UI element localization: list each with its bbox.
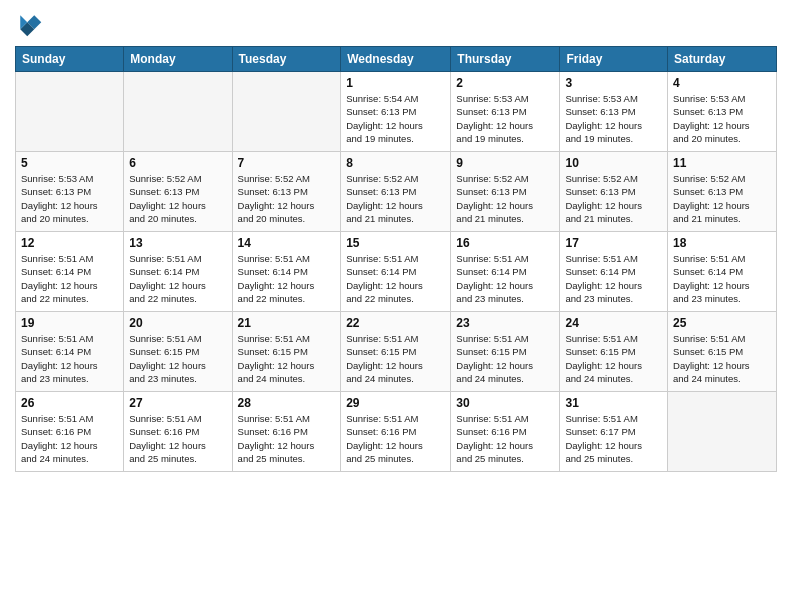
calendar-cell: 12Sunrise: 5:51 AM Sunset: 6:14 PM Dayli… xyxy=(16,232,124,312)
day-info: Sunrise: 5:51 AM Sunset: 6:14 PM Dayligh… xyxy=(565,252,662,305)
day-number: 13 xyxy=(129,236,226,250)
day-number: 28 xyxy=(238,396,336,410)
calendar-week-row: 19Sunrise: 5:51 AM Sunset: 6:14 PM Dayli… xyxy=(16,312,777,392)
calendar-cell: 23Sunrise: 5:51 AM Sunset: 6:15 PM Dayli… xyxy=(451,312,560,392)
calendar-cell: 25Sunrise: 5:51 AM Sunset: 6:15 PM Dayli… xyxy=(668,312,777,392)
day-info: Sunrise: 5:51 AM Sunset: 6:16 PM Dayligh… xyxy=(238,412,336,465)
day-number: 19 xyxy=(21,316,118,330)
day-number: 23 xyxy=(456,316,554,330)
calendar-cell xyxy=(124,72,232,152)
day-info: Sunrise: 5:52 AM Sunset: 6:13 PM Dayligh… xyxy=(456,172,554,225)
calendar-cell xyxy=(668,392,777,472)
day-number: 7 xyxy=(238,156,336,170)
calendar-cell xyxy=(16,72,124,152)
day-number: 4 xyxy=(673,76,771,90)
calendar-header-wednesday: Wednesday xyxy=(341,47,451,72)
calendar-cell: 5Sunrise: 5:53 AM Sunset: 6:13 PM Daylig… xyxy=(16,152,124,232)
day-number: 14 xyxy=(238,236,336,250)
calendar-cell: 31Sunrise: 5:51 AM Sunset: 6:17 PM Dayli… xyxy=(560,392,668,472)
day-info: Sunrise: 5:52 AM Sunset: 6:13 PM Dayligh… xyxy=(565,172,662,225)
calendar-cell: 2Sunrise: 5:53 AM Sunset: 6:13 PM Daylig… xyxy=(451,72,560,152)
day-number: 25 xyxy=(673,316,771,330)
calendar-header-thursday: Thursday xyxy=(451,47,560,72)
calendar-header-monday: Monday xyxy=(124,47,232,72)
day-info: Sunrise: 5:51 AM Sunset: 6:14 PM Dayligh… xyxy=(238,252,336,305)
calendar-cell: 8Sunrise: 5:52 AM Sunset: 6:13 PM Daylig… xyxy=(341,152,451,232)
day-info: Sunrise: 5:51 AM Sunset: 6:15 PM Dayligh… xyxy=(456,332,554,385)
logo xyxy=(15,10,47,38)
day-number: 27 xyxy=(129,396,226,410)
day-info: Sunrise: 5:51 AM Sunset: 6:14 PM Dayligh… xyxy=(129,252,226,305)
calendar-header-row: SundayMondayTuesdayWednesdayThursdayFrid… xyxy=(16,47,777,72)
header xyxy=(15,10,777,38)
day-info: Sunrise: 5:51 AM Sunset: 6:14 PM Dayligh… xyxy=(346,252,445,305)
calendar-cell: 30Sunrise: 5:51 AM Sunset: 6:16 PM Dayli… xyxy=(451,392,560,472)
day-number: 10 xyxy=(565,156,662,170)
calendar-cell xyxy=(232,72,341,152)
day-info: Sunrise: 5:53 AM Sunset: 6:13 PM Dayligh… xyxy=(673,92,771,145)
calendar-cell: 22Sunrise: 5:51 AM Sunset: 6:15 PM Dayli… xyxy=(341,312,451,392)
day-info: Sunrise: 5:51 AM Sunset: 6:15 PM Dayligh… xyxy=(346,332,445,385)
calendar-cell: 3Sunrise: 5:53 AM Sunset: 6:13 PM Daylig… xyxy=(560,72,668,152)
calendar-week-row: 12Sunrise: 5:51 AM Sunset: 6:14 PM Dayli… xyxy=(16,232,777,312)
calendar-cell: 27Sunrise: 5:51 AM Sunset: 6:16 PM Dayli… xyxy=(124,392,232,472)
day-number: 12 xyxy=(21,236,118,250)
calendar-week-row: 5Sunrise: 5:53 AM Sunset: 6:13 PM Daylig… xyxy=(16,152,777,232)
day-number: 17 xyxy=(565,236,662,250)
day-number: 6 xyxy=(129,156,226,170)
day-info: Sunrise: 5:51 AM Sunset: 6:16 PM Dayligh… xyxy=(21,412,118,465)
calendar-table: SundayMondayTuesdayWednesdayThursdayFrid… xyxy=(15,46,777,472)
day-number: 2 xyxy=(456,76,554,90)
day-info: Sunrise: 5:51 AM Sunset: 6:14 PM Dayligh… xyxy=(456,252,554,305)
day-number: 5 xyxy=(21,156,118,170)
calendar-cell: 19Sunrise: 5:51 AM Sunset: 6:14 PM Dayli… xyxy=(16,312,124,392)
calendar-cell: 29Sunrise: 5:51 AM Sunset: 6:16 PM Dayli… xyxy=(341,392,451,472)
calendar-cell: 11Sunrise: 5:52 AM Sunset: 6:13 PM Dayli… xyxy=(668,152,777,232)
day-info: Sunrise: 5:51 AM Sunset: 6:14 PM Dayligh… xyxy=(673,252,771,305)
page: SundayMondayTuesdayWednesdayThursdayFrid… xyxy=(0,0,792,612)
calendar-header-friday: Friday xyxy=(560,47,668,72)
day-info: Sunrise: 5:51 AM Sunset: 6:17 PM Dayligh… xyxy=(565,412,662,465)
calendar-cell: 20Sunrise: 5:51 AM Sunset: 6:15 PM Dayli… xyxy=(124,312,232,392)
day-info: Sunrise: 5:52 AM Sunset: 6:13 PM Dayligh… xyxy=(673,172,771,225)
calendar-cell: 7Sunrise: 5:52 AM Sunset: 6:13 PM Daylig… xyxy=(232,152,341,232)
logo-icon xyxy=(15,10,43,38)
calendar-cell: 28Sunrise: 5:51 AM Sunset: 6:16 PM Dayli… xyxy=(232,392,341,472)
day-number: 21 xyxy=(238,316,336,330)
day-number: 3 xyxy=(565,76,662,90)
day-number: 15 xyxy=(346,236,445,250)
day-info: Sunrise: 5:53 AM Sunset: 6:13 PM Dayligh… xyxy=(565,92,662,145)
day-number: 18 xyxy=(673,236,771,250)
calendar-week-row: 1Sunrise: 5:54 AM Sunset: 6:13 PM Daylig… xyxy=(16,72,777,152)
calendar-cell: 26Sunrise: 5:51 AM Sunset: 6:16 PM Dayli… xyxy=(16,392,124,472)
calendar-header-saturday: Saturday xyxy=(668,47,777,72)
day-info: Sunrise: 5:51 AM Sunset: 6:16 PM Dayligh… xyxy=(129,412,226,465)
day-number: 30 xyxy=(456,396,554,410)
calendar-cell: 10Sunrise: 5:52 AM Sunset: 6:13 PM Dayli… xyxy=(560,152,668,232)
day-number: 31 xyxy=(565,396,662,410)
calendar-cell: 4Sunrise: 5:53 AM Sunset: 6:13 PM Daylig… xyxy=(668,72,777,152)
day-info: Sunrise: 5:52 AM Sunset: 6:13 PM Dayligh… xyxy=(129,172,226,225)
calendar-week-row: 26Sunrise: 5:51 AM Sunset: 6:16 PM Dayli… xyxy=(16,392,777,472)
day-number: 9 xyxy=(456,156,554,170)
day-info: Sunrise: 5:51 AM Sunset: 6:14 PM Dayligh… xyxy=(21,332,118,385)
day-info: Sunrise: 5:53 AM Sunset: 6:13 PM Dayligh… xyxy=(21,172,118,225)
calendar-cell: 21Sunrise: 5:51 AM Sunset: 6:15 PM Dayli… xyxy=(232,312,341,392)
calendar-cell: 6Sunrise: 5:52 AM Sunset: 6:13 PM Daylig… xyxy=(124,152,232,232)
calendar-cell: 17Sunrise: 5:51 AM Sunset: 6:14 PM Dayli… xyxy=(560,232,668,312)
day-number: 24 xyxy=(565,316,662,330)
day-info: Sunrise: 5:54 AM Sunset: 6:13 PM Dayligh… xyxy=(346,92,445,145)
day-info: Sunrise: 5:51 AM Sunset: 6:16 PM Dayligh… xyxy=(456,412,554,465)
day-info: Sunrise: 5:51 AM Sunset: 6:15 PM Dayligh… xyxy=(129,332,226,385)
calendar-cell: 13Sunrise: 5:51 AM Sunset: 6:14 PM Dayli… xyxy=(124,232,232,312)
calendar-cell: 15Sunrise: 5:51 AM Sunset: 6:14 PM Dayli… xyxy=(341,232,451,312)
calendar-cell: 24Sunrise: 5:51 AM Sunset: 6:15 PM Dayli… xyxy=(560,312,668,392)
day-info: Sunrise: 5:52 AM Sunset: 6:13 PM Dayligh… xyxy=(238,172,336,225)
day-info: Sunrise: 5:51 AM Sunset: 6:16 PM Dayligh… xyxy=(346,412,445,465)
day-number: 16 xyxy=(456,236,554,250)
calendar-cell: 16Sunrise: 5:51 AM Sunset: 6:14 PM Dayli… xyxy=(451,232,560,312)
day-number: 22 xyxy=(346,316,445,330)
day-number: 11 xyxy=(673,156,771,170)
day-info: Sunrise: 5:53 AM Sunset: 6:13 PM Dayligh… xyxy=(456,92,554,145)
day-number: 1 xyxy=(346,76,445,90)
